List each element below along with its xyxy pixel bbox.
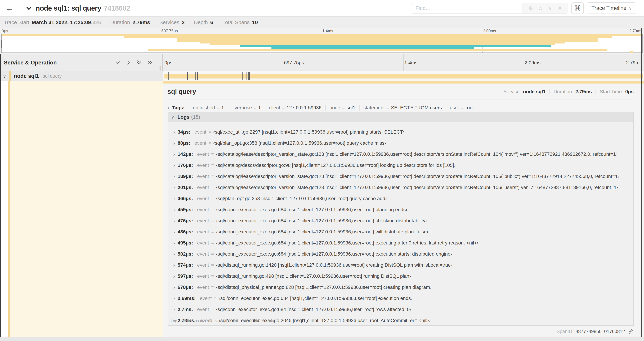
collapse-trace-icon[interactable] [25, 5, 32, 12]
log-row[interactable]: ›80μs:event=‹sql/plan_opt.go:358 [nsql1,… [171, 138, 633, 149]
log-field-name: event [194, 140, 206, 146]
log-marker [242, 72, 242, 80]
ruler-tick: 697.75μs [284, 60, 304, 66]
log-expand-icon: › [171, 173, 178, 179]
keyboard-shortcuts-button[interactable]: ⌘ [571, 3, 584, 14]
log-marker [627, 72, 627, 80]
minimap-span [630, 51, 634, 53]
log-equals: = [211, 174, 214, 179]
log-field-name: event [197, 240, 209, 246]
log-row[interactable]: ›574μs:event=‹sql/distsql_running.go:142… [171, 259, 633, 271]
tag-equals: = [386, 105, 389, 111]
log-row[interactable]: ›34μs:event=‹sql/exec_util.go:2297 [nsql… [171, 127, 633, 138]
log-expand-icon: › [171, 140, 178, 146]
vertical-scrollbar[interactable] [641, 29, 642, 337]
find-next-icon[interactable]: ∨ [545, 5, 555, 12]
tags-row[interactable]: › Tags: _unfinished=1_verbose=1client=12… [168, 103, 634, 112]
span-collapse-icon[interactable]: ∨ [0, 74, 9, 79]
trace-services: Services 2 [150, 20, 185, 25]
log-expand-icon: › [171, 229, 178, 235]
log-expand-icon: › [171, 196, 178, 201]
trace-minimap: 0μs 697.75μs 1.4ms 2.09ms 2.79ms [0, 29, 644, 54]
expand-one-icon[interactable] [125, 60, 132, 66]
log-row[interactable]: ›2.69ms:event=‹sql/conn_executor_exec.go… [171, 293, 633, 304]
log-expand-icon: › [171, 185, 178, 190]
span-row-bar-cell[interactable] [163, 71, 644, 81]
minimap-span [148, 49, 606, 51]
find-clear-icon[interactable]: ✕ [555, 5, 565, 12]
tags-list: _unfinished=1_verbose=1client=127.0.0.1:… [186, 105, 478, 111]
log-field-name: event [197, 196, 209, 201]
logs-header[interactable]: ∨ Logs (18) [168, 112, 633, 122]
minimap-span [124, 36, 612, 38]
tag-key: node [330, 105, 340, 111]
log-timestamp: 495μs: [178, 240, 193, 246]
expand-all-icon[interactable] [147, 60, 153, 66]
log-expand-icon: › [171, 240, 178, 246]
log-row[interactable]: ›597μs:event=‹sql/distsql_running.go:498… [171, 271, 633, 282]
log-field-name: event [194, 129, 206, 135]
service-operation-header: Service & Operation [0, 54, 163, 71]
log-field-name: event [197, 251, 209, 257]
service-value: node sql1 [523, 89, 546, 94]
log-row[interactable]: ›476μs:event=‹sql/conn_executor_exec.go:… [171, 215, 633, 226]
find-prev-icon[interactable]: ∧ [536, 5, 545, 12]
log-row[interactable]: ›189μs:event=‹sql/catalog/lease/descript… [171, 171, 633, 182]
tag-item: node=sql1 [325, 105, 359, 111]
log-row[interactable]: ›176μs:event=‹sql/catalog/descs/descript… [171, 160, 633, 171]
log-equals: = [211, 163, 214, 168]
log-row[interactable]: ›201μs:event=‹sql/catalog/lease/descript… [171, 182, 633, 193]
span-detail-meta: Service: node sql1 Duration: 2.79ms Star… [504, 89, 634, 94]
trace-duration: Duration 2.79ms [101, 20, 150, 25]
log-row[interactable]: ›495μs:event=‹sql/conn_executor_exec.go:… [171, 237, 633, 248]
log-marker [197, 72, 198, 80]
log-row[interactable]: ›678μs:event=‹sql/distsql_physical_plann… [171, 282, 633, 293]
minimap-span [177, 40, 598, 42]
minimap-span [177, 38, 598, 40]
log-marker [280, 72, 280, 80]
minimap-drag-handle[interactable] [1, 40, 2, 48]
log-timestamp: 486μs: [178, 229, 193, 235]
span-row-name-cell[interactable]: ∨ node sql1 sql query [0, 71, 163, 81]
panel-resize-gripper[interactable]: || [158, 66, 162, 71]
collapse-all-icon[interactable] [136, 60, 142, 66]
log-row[interactable]: ›486μs:event=‹sql/conn_executor_exec.go:… [171, 226, 633, 237]
log-marker [226, 72, 226, 80]
logs-section: ∨ Logs (18) ›34μs:event=‹sql/exec_util.g… [168, 112, 634, 326]
log-row[interactable]: ›2.7ms:event=‹sql/conn_executor_exec.go:… [171, 304, 633, 315]
find-buttons: ∧ ∨ ✕ [522, 3, 568, 13]
collapse-one-icon[interactable] [114, 60, 121, 66]
log-row[interactable]: ›366μs:event=‹sql/plan_opt.go:358 [nsql1… [171, 193, 633, 204]
log-marker [628, 72, 629, 80]
log-field-name: event [197, 163, 209, 168]
tag-value: 1 [221, 105, 224, 111]
log-marker [193, 72, 193, 80]
log-expand-icon: › [171, 295, 178, 301]
minimap-span [2, 34, 642, 36]
tag-key: _unfinished [190, 105, 215, 111]
span-color-accent [9, 71, 11, 81]
log-row[interactable]: ›459μs:event=‹sql/conn_executor_exec.go:… [171, 204, 633, 215]
view-dropdown-button[interactable]: Trace Timeline ∨ [587, 3, 636, 14]
log-timestamp: 2.69ms: [178, 296, 196, 301]
log-row[interactable]: ›142μs:event=‹sql/catalog/lease/descript… [171, 149, 633, 160]
copy-link-icon[interactable] [628, 328, 634, 334]
find-input[interactable] [411, 3, 522, 13]
log-field-name: event [197, 218, 209, 223]
page-title: node sql1: sql query7418682 [36, 4, 130, 12]
back-button[interactable]: ← [0, 0, 20, 17]
log-row[interactable]: ›502μs:event=‹sql/conn_executor_exec.go:… [171, 248, 633, 259]
left-detail-pane [0, 81, 163, 337]
back-arrow-icon: ← [6, 4, 14, 13]
minimap-canvas[interactable] [1, 34, 643, 53]
trace-start: Trace Start March 31 2022, 17:25:09.326 [4, 20, 101, 25]
tag-key: statement [364, 105, 385, 111]
log-timestamp: 502μs: [178, 251, 193, 257]
tag-equals: = [342, 105, 345, 111]
locate-icon[interactable] [526, 5, 536, 11]
span-duration-bar[interactable] [164, 74, 642, 79]
span-id-value: 4877749850101760812 [576, 329, 625, 334]
minimap-tick: 2.09ms [483, 29, 496, 34]
horizontal-scrollbar-track[interactable] [0, 337, 644, 341]
log-value: ‹sql/distsql_running.go:1420 [nsql1,clie… [216, 262, 452, 268]
